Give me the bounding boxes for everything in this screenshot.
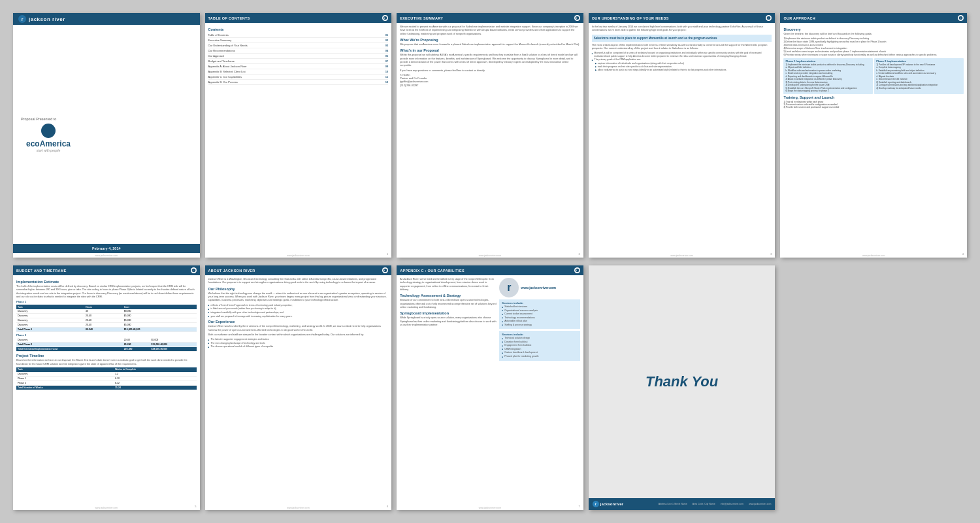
- exec-header: EXECUTIVE SUMMARY i: [397, 13, 583, 23]
- col-hours: Hours: [84, 305, 123, 309]
- ty-logo: r jacksonriver: [593, 501, 623, 507]
- slides-row-1: r jackson river Proposal Presented to ec…: [13, 13, 967, 258]
- philo-b4: your staff are prepared to leverage with…: [208, 315, 389, 318]
- toc-item-label: Our Understanding of Your Needs: [208, 44, 248, 47]
- capabilities-content: At Jackson River, we've lived and breath…: [397, 275, 583, 505]
- task-cell: Discovery: [16, 323, 84, 328]
- service-item-text: Organizational resource analysis: [504, 309, 538, 312]
- philo-b1: reflects a "best of breed" approach in t…: [208, 304, 389, 307]
- philo-b2-text: is fitted around your needs (rather than…: [210, 307, 276, 311]
- what-proposing-title: What We're Proposing: [400, 38, 580, 42]
- phase1-box: Phase 1 Implementation 1) Implement the …: [783, 58, 873, 94]
- toc-item: Budget and Timeframe07: [208, 59, 389, 64]
- date-text: February 4, 2014: [92, 246, 120, 250]
- sub-bullet-text-2: track their progress on their site speci…: [598, 65, 672, 69]
- toc-item-label: Appendix C: Our Capabilities: [208, 75, 242, 78]
- training-content: 1) Train all m milestones within each ph…: [783, 101, 964, 109]
- service-item: Phased plan for marketing growth: [502, 355, 577, 358]
- philo-b3-text: integrates beautifully with your other t…: [210, 311, 284, 314]
- jr-logo-circle: r: [499, 278, 519, 297]
- highlight-box: Salesforce must be in place to support M…: [592, 35, 772, 42]
- phase1-label: Phase 1: [16, 300, 197, 303]
- philo-b1-text: reflects a "best of breed" approach in t…: [210, 304, 292, 307]
- hours-cell: 20-40: [84, 323, 123, 328]
- timeline-text: Based on the information we have at our …: [16, 359, 197, 366]
- slide-understanding: OUR UNDERSTANDING OF YOUR NEEDS i In the…: [589, 13, 776, 258]
- sub-bullet-1: capture information of individuals and o…: [595, 62, 772, 65]
- task-cell: Phase 2: [16, 380, 114, 385]
- service-item-text: Stakeholder interviews: [504, 305, 527, 309]
- toc-item-label: Our Recommendations: [208, 49, 235, 52]
- phase2-content: 1) Port the old development SF instance …: [876, 63, 962, 90]
- table-row: Discovery20-40$5,000: [16, 318, 197, 323]
- footer-url: www.jacksonriver.com: [13, 505, 200, 510]
- table-row: Discovery20-40$5,000: [16, 314, 197, 318]
- contents-label: Contents: [208, 27, 389, 31]
- cost-cell: $5,000: [123, 318, 197, 323]
- phase2-title: Phase 2 Implementation: [876, 59, 962, 63]
- slide-cover: r jackson river Proposal Presented to ec…: [13, 13, 200, 258]
- sub-bullet-2: track their progress on their site speci…: [595, 65, 772, 69]
- page-number: 1: [387, 252, 388, 256]
- table-row: Total Number of Weeks15-24: [16, 385, 197, 390]
- toc-item-num: 07: [385, 59, 388, 63]
- page-number: 4: [962, 252, 964, 256]
- service-item: Engagement form buildout: [502, 344, 577, 347]
- understanding-title: OUR UNDERSTANDING OF YOUR NEEDS: [592, 16, 669, 20]
- weeks-cell: 6-10: [114, 376, 197, 380]
- services2-box: Services include: Technical solution des…: [499, 331, 580, 360]
- weeks-cell: 15-24: [114, 385, 197, 390]
- page-number: 6: [387, 505, 388, 508]
- toc-item-label: Appendix B: Selected Client List: [208, 70, 246, 73]
- discovery-list: 1)Implement the minimum viable product a…: [783, 37, 964, 56]
- toc-list: Table of Contents01Executive Summary02Ou…: [208, 33, 389, 85]
- header-icon: i: [574, 267, 580, 273]
- toc-item-num: 10: [385, 70, 388, 73]
- service-item: Technology recommendations: [502, 316, 577, 320]
- svg-text:i: i: [768, 16, 768, 20]
- cover-footer-bar: February 4, 2014: [13, 244, 200, 253]
- service-item: Staffing & process strategy: [502, 324, 577, 327]
- exec-content: We are excited to present ecoAmerica wit…: [397, 23, 583, 253]
- services1-list: Stakeholder interviewsOrganizational res…: [502, 305, 577, 326]
- service-item: Current toolset assessment: [502, 312, 577, 316]
- services1-box: Services include: Stakeholder interviews…: [499, 299, 580, 329]
- ty-email: info@jacksonriver.com: [721, 503, 743, 505]
- service-item: Organizational resource analysis: [502, 309, 577, 312]
- slide-approach: OUR APPROACH i Discovery Given the timel…: [780, 13, 967, 258]
- service-item: Actionable rollout plan: [502, 320, 577, 323]
- toc-title: TABLE OF CONTENTS: [208, 16, 250, 20]
- task-cell: Total Number of Weeks: [16, 385, 114, 390]
- task-cell: Total Estimated Implementation Cost: [16, 347, 123, 352]
- toc-item-num: 01: [385, 33, 388, 37]
- phase1-title: Phase 1 Implementation: [785, 59, 871, 63]
- toc-item-num: 03: [385, 44, 388, 47]
- col-task: Task: [16, 367, 114, 372]
- footer-url: www.jacksonriver.com: [397, 505, 583, 510]
- client-logo: ecoAmerica start with people: [26, 124, 71, 152]
- springboard-title: Springboard Implementation: [400, 311, 497, 315]
- tech-strategy-text: Because of our commitment to both best-o…: [400, 299, 497, 309]
- toc-item: Table of Contents01: [208, 33, 389, 38]
- bullet-1: MomentUs will be comprised of a series o…: [592, 52, 772, 58]
- toc-item: Executive Summary02: [208, 38, 389, 43]
- philosophy-title: Our Philosophy: [208, 287, 389, 291]
- cap-intro: At Jackson River, we've lived and breath…: [400, 278, 497, 292]
- service-item: Custom dashboard development: [502, 351, 577, 354]
- understanding-header: OUR UNDERSTANDING OF YOUR NEEDS i: [589, 13, 776, 23]
- cover-middle: Proposal Presented to ecoAmerica start w…: [13, 25, 200, 244]
- toc-item: Appendix D: Our Process12: [208, 80, 389, 85]
- ty-address: Address Line 1 Street Name Area Code, Ci…: [659, 503, 772, 505]
- page-number: 2: [579, 252, 580, 256]
- toc-item-num: 09: [385, 65, 388, 68]
- understanding-body: The most critical aspect of this impleme…: [592, 44, 772, 51]
- exp-b1: The latest in supporter engagement strat…: [208, 338, 389, 341]
- toc-item: Our Recommendations04: [208, 48, 389, 54]
- service-item: CRM integration: [502, 348, 577, 351]
- cost-cell: $5,000: [123, 314, 197, 318]
- logo-circle: r: [18, 15, 26, 23]
- cap-left: At Jackson River, we've lived and breath…: [400, 278, 497, 503]
- service-item: Donation form buildout: [502, 341, 577, 344]
- footer-url: www.jacksonriver.com: [589, 253, 776, 258]
- page-number: 5: [195, 505, 196, 508]
